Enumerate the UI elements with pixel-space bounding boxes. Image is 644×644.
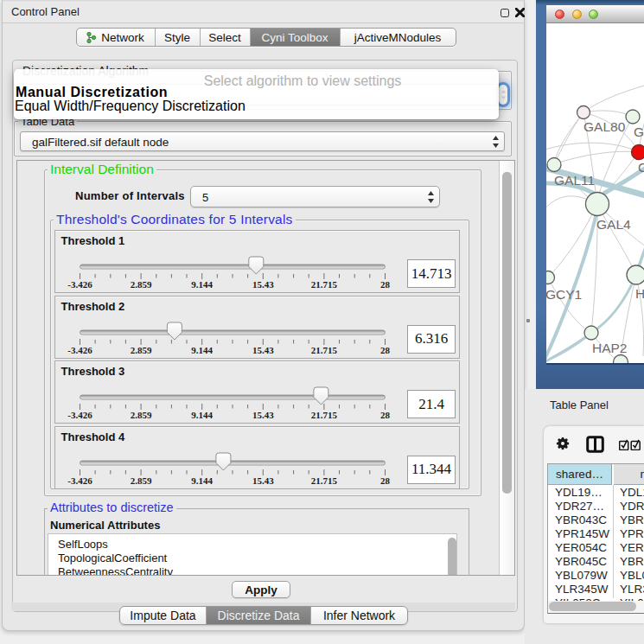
svg-text:2.859: 2.859 <box>130 410 151 420</box>
svg-text:2.859: 2.859 <box>130 345 151 355</box>
svg-text:GAL4: GAL4 <box>596 217 631 232</box>
svg-text:21.715: 21.715 <box>310 410 337 420</box>
svg-text:HAP2: HAP2 <box>592 341 628 355</box>
svg-text:GAL80: GAL80 <box>583 119 626 134</box>
svg-text:2.859: 2.859 <box>130 475 151 486</box>
svg-text:-3.426: -3.426 <box>67 410 92 420</box>
svg-text:GA: GA <box>634 124 644 139</box>
svg-text:2.859: 2.859 <box>130 279 151 290</box>
svg-text:15.43: 15.43 <box>252 345 273 355</box>
svg-text:GAL11: GAL11 <box>554 173 595 188</box>
svg-text:-3.426: -3.426 <box>67 279 92 290</box>
svg-text:9.144: 9.144 <box>191 410 213 420</box>
svg-text:28: 28 <box>380 279 391 290</box>
svg-text:15.43: 15.43 <box>252 410 273 420</box>
svg-text:9.144: 9.144 <box>191 345 213 355</box>
svg-text:15.43: 15.43 <box>252 279 273 290</box>
svg-text:-3.426: -3.426 <box>67 345 92 355</box>
svg-text:9.144: 9.144 <box>191 475 213 486</box>
svg-text:21.715: 21.715 <box>310 279 337 290</box>
svg-text:15.43: 15.43 <box>252 475 273 486</box>
svg-text:28: 28 <box>380 345 391 355</box>
svg-text:GCY1: GCY1 <box>546 287 582 302</box>
svg-text:21.715: 21.715 <box>310 475 337 486</box>
svg-text:21.715: 21.715 <box>310 345 337 355</box>
svg-text:C: C <box>638 160 644 175</box>
svg-text:28: 28 <box>380 410 391 420</box>
svg-text:HA: HA <box>635 286 644 301</box>
svg-text:28: 28 <box>380 475 391 486</box>
svg-text:-3.426: -3.426 <box>67 475 92 486</box>
svg-text:9.144: 9.144 <box>191 279 213 290</box>
